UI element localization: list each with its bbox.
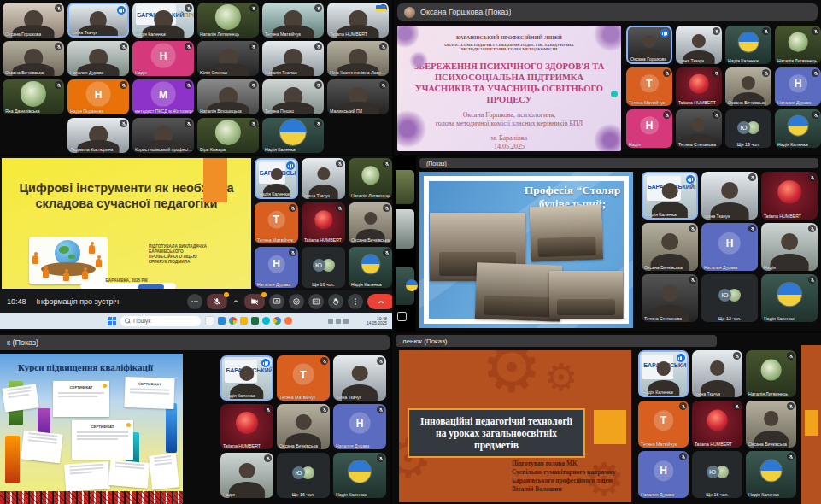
participant-tile[interactable]: Наталія Литвинець xyxy=(349,158,392,199)
participant-grid: Оксана Горшкова Ірина Ткачук БАРАНІВСЬКИ… xyxy=(3,3,389,155)
participant-tile[interactable]: Н Наталия Дурава xyxy=(701,223,758,271)
participant-tile[interactable]: Tatiana HUMBERT xyxy=(692,401,742,448)
participant-tile[interactable]: Тетяна Степанова xyxy=(676,109,722,148)
captions-button[interactable] xyxy=(308,294,324,309)
participant-tile[interactable]: Т Тетяна Матвійчук xyxy=(626,67,672,106)
participant-tile[interactable]: БАРАНІВСЬКИЙПРОФЕСІЙНИЙ ЛІЦЕЙ Надія Кале… xyxy=(220,355,273,401)
participant-name: Надія Каленюк xyxy=(764,316,795,321)
participant-name: Ще 16 чол. xyxy=(702,492,731,497)
app-icon-chrome-2[interactable] xyxy=(273,317,281,325)
participant-tile[interactable]: БАРАНІВСЬКИЙПРОФЕСІЙНИЙ ЛІЦЕЙ Надія Кале… xyxy=(642,172,698,220)
participant-tile[interactable]: Надія Каленюк xyxy=(349,247,392,288)
meeting-info-label[interactable]: Інформація про зустріч xyxy=(37,297,120,306)
participant-tile[interactable]: Ю Ще 16 чол. xyxy=(302,247,345,288)
participant-tile[interactable]: Людмила Костюрина xyxy=(67,118,129,153)
participant-tile[interactable]: Надія Каленюк xyxy=(262,118,324,153)
participant-tile[interactable]: Оксана Бичківська xyxy=(725,67,771,106)
taskbar-clock[interactable]: 10:48 14.05.2025 xyxy=(367,317,387,324)
participant-tile[interactable]: Т Тетяна Матвійчук xyxy=(638,401,689,448)
participant-tile[interactable]: Ірина Ткачук xyxy=(692,350,742,397)
participant-tile[interactable]: М методист ПКСД м.Житомира xyxy=(132,79,194,114)
app-icon-firefox[interactable] xyxy=(284,317,292,325)
more-vertical-button[interactable] xyxy=(348,294,363,309)
participant-tile[interactable]: Tatiana HUMBERT xyxy=(761,172,818,220)
chevron-up-icon[interactable] xyxy=(232,294,240,309)
participant-name: Яна Данилівська xyxy=(5,108,40,114)
participant-tile[interactable]: Tatiana HUMBERT xyxy=(676,67,722,106)
participant-tile[interactable]: Н Надія xyxy=(132,41,194,76)
participant-tile[interactable]: Яна Данилівська xyxy=(3,79,64,114)
windows-start-button[interactable] xyxy=(108,317,116,325)
participant-tile[interactable]: Оксана Бичківська xyxy=(3,41,64,76)
participant-tile[interactable]: Tatiana HUMBERT xyxy=(302,202,345,243)
participant-tile[interactable]: Наталія Теслюк xyxy=(262,41,324,76)
participant-tile[interactable]: Ірина Ткачук xyxy=(333,355,386,401)
raise-hand-button[interactable] xyxy=(328,294,343,309)
participant-tile[interactable]: Оксана Бичківська xyxy=(349,202,392,243)
system-tray[interactable] xyxy=(328,319,349,324)
participant-tile[interactable]: БАРАНІВСЬКИЙПРОФЕСІЙНИЙ ЛІЦЕЙ Надія Кале… xyxy=(255,158,298,199)
participant-tile[interactable]: Tatiana HUMBERT xyxy=(327,3,389,38)
participant-tile[interactable]: Тетяна Матвійчук xyxy=(262,3,324,38)
participant-tile[interactable]: Оксана Бичківська xyxy=(642,223,698,271)
participant-tile[interactable]: Оксана Бичківська xyxy=(746,401,796,448)
participant-tile[interactable]: Наталія Литвинець xyxy=(197,3,259,38)
camera-off-button[interactable] xyxy=(244,294,265,309)
participant-tile[interactable]: Н Наталия Дурава xyxy=(775,67,821,106)
participant-tile[interactable]: Тетяна Пешко xyxy=(262,79,324,114)
participant-tile[interactable]: Наталия Дурава xyxy=(67,41,129,76)
app-icon-excel[interactable] xyxy=(251,317,259,325)
participant-tile[interactable]: Оксана Горшкова xyxy=(626,26,672,64)
audio-indicator xyxy=(286,161,295,170)
participant-tile[interactable]: Н Надія xyxy=(626,109,672,148)
participant-tile[interactable]: Оксана Горшкова xyxy=(3,3,64,38)
participant-tile[interactable]: Ірина Ткачук xyxy=(302,158,345,199)
participant-tile[interactable]: Ірина Ткачук xyxy=(67,3,129,38)
participant-tile[interactable]: Наталія Литвинець xyxy=(775,26,821,64)
participant-tile[interactable]: Т Тетяна Матвійчук xyxy=(277,355,330,401)
participant-tile[interactable]: Віра Кожара xyxy=(197,118,259,153)
participant-tile[interactable]: Надія Каленюк xyxy=(775,109,821,148)
participant-tile[interactable]: Наталія Литвинець xyxy=(746,350,796,397)
participant-tile[interactable]: Оксана Бичківська xyxy=(277,404,330,449)
taskbar-search[interactable]: Пошук xyxy=(120,316,201,326)
app-icon-document[interactable] xyxy=(205,316,214,325)
participant-tile[interactable]: Ірина Ткачук xyxy=(676,26,722,64)
participant-tile[interactable]: Н Наталия Дурава xyxy=(255,247,298,288)
app-icon-blue[interactable] xyxy=(218,317,226,325)
participant-tile[interactable]: Надія xyxy=(220,453,273,498)
participant-tile[interactable]: Тетяна Степанова xyxy=(642,274,698,322)
participant-tile[interactable]: Надія Каленюк xyxy=(746,451,796,498)
app-icon-folder[interactable] xyxy=(240,317,248,325)
participant-tile[interactable]: Tatiana HUMBERT xyxy=(220,404,273,449)
present-screen-button[interactable] xyxy=(269,294,284,309)
end-call-button[interactable] xyxy=(367,294,392,309)
participant-tile[interactable]: Н Надія Поданева xyxy=(67,79,129,114)
participant-tile[interactable]: Ніна Костянтинівна Лавр… xyxy=(327,41,389,76)
participant-tile[interactable]: Надія Каленюк xyxy=(761,274,818,322)
participant-tile[interactable]: Надія Каленюк xyxy=(333,453,386,498)
participant-tile[interactable]: Надія Каленюк xyxy=(725,26,771,64)
reactions-button[interactable] xyxy=(289,294,304,309)
participant-tile[interactable]: Ю Ще 16 чол. xyxy=(277,453,330,498)
participant-tile[interactable]: Ірина Ткачук xyxy=(701,172,758,220)
participant-tile[interactable]: Ю Ще 16 чол. xyxy=(692,451,742,498)
app-icon-teal[interactable] xyxy=(262,317,270,325)
flower-decoration xyxy=(397,26,419,48)
participant-tile[interactable]: Коростишівський професі… xyxy=(132,118,194,153)
participant-tile[interactable]: БАРАНІВСЬКИЙПРОФЕСІЙНИЙ ЛІЦЕЙ Надія Кале… xyxy=(638,350,689,397)
participant-tile[interactable]: Юлія Оленюк xyxy=(197,41,259,76)
participant-tile[interactable]: Ю Ще 13 чол. xyxy=(725,109,771,148)
participant-tile[interactable]: Ю Ще 12 чол. xyxy=(701,274,758,322)
participant-tile[interactable]: Н Наталия Дурава xyxy=(333,404,386,449)
participant-tile[interactable]: Н Наталия Дурава xyxy=(638,451,689,498)
participant-tile[interactable]: БАРАНІВСЬКИЙПРОФЕСІЙНИЙ ЛІЦЕЙ Надія Кале… xyxy=(132,3,194,38)
app-icon-chrome[interactable] xyxy=(229,317,237,325)
more-options-button[interactable] xyxy=(187,294,202,309)
mic-off-button[interactable] xyxy=(207,294,227,309)
participant-tile[interactable]: Наталія Білошицька xyxy=(197,79,259,114)
participant-tile[interactable]: Т Тетяна Матвійчук xyxy=(255,202,298,243)
participant-name: методист ПКСД м.Житомира xyxy=(135,108,194,114)
participant-tile[interactable]: Малинський ПЛ xyxy=(327,79,389,114)
participant-tile[interactable]: Надія xyxy=(761,223,818,271)
